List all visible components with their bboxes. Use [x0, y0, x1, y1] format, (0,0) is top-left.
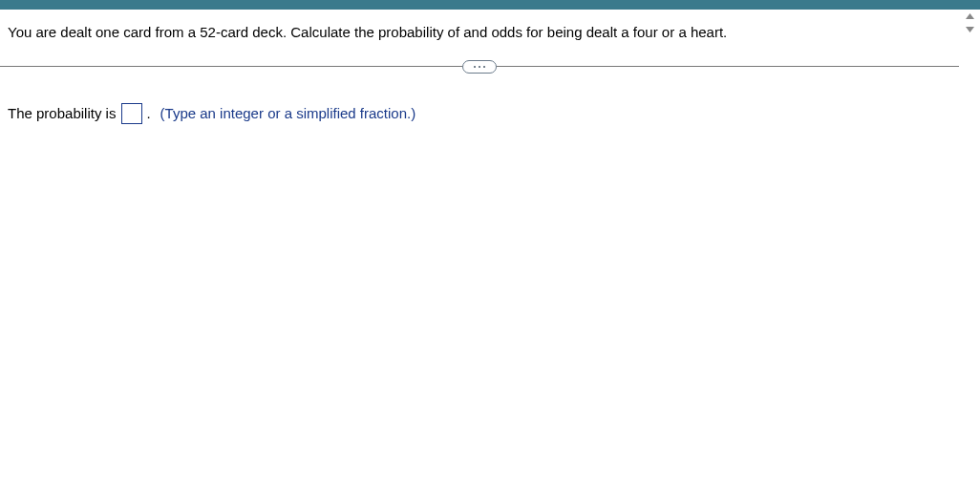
section-divider [0, 59, 959, 74]
spinner-down-button[interactable] [961, 23, 978, 36]
spinner-control [959, 10, 980, 36]
more-icon [479, 66, 480, 68]
more-icon [474, 66, 476, 68]
divider-line-left [0, 66, 462, 67]
chevron-down-icon [966, 27, 974, 32]
answer-hint: (Type an integer or a simplified fractio… [160, 105, 416, 121]
divider-line-right [497, 66, 959, 67]
answer-period: . [146, 105, 150, 121]
probability-input[interactable] [121, 103, 142, 124]
question-row: You are dealt one card from a 52-card de… [0, 10, 959, 59]
spinner-up-button[interactable] [961, 10, 978, 23]
answer-label: The probability is [8, 105, 116, 121]
svg-marker-0 [966, 13, 974, 19]
question-text: You are dealt one card from a 52-card de… [8, 24, 727, 40]
answer-row: The probability is . (Type an integer or… [0, 74, 959, 124]
header-bar [0, 0, 980, 10]
content-area: You are dealt one card from a 52-card de… [0, 10, 959, 124]
more-toggle-button[interactable] [462, 60, 497, 74]
chevron-up-icon [966, 13, 974, 19]
more-icon [483, 66, 485, 68]
svg-marker-1 [966, 27, 974, 32]
